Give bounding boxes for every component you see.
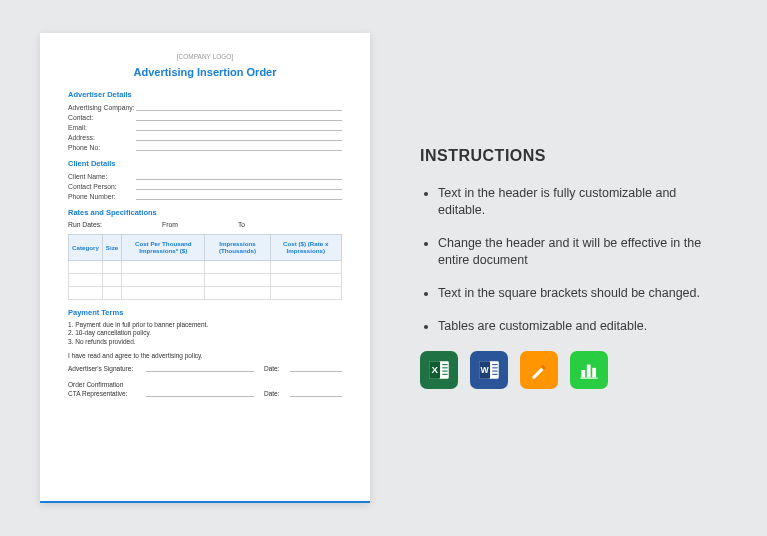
date-label: Date: [264,365,290,372]
numbers-icon [570,351,608,389]
field-label: Contact: [68,114,136,121]
from-label: From [162,221,178,228]
instructions-list: Text in the header is fully customizable… [420,185,727,334]
payment-term: 1. Payment due in full prior to banner p… [68,321,342,328]
table-row [69,260,342,273]
field-line [136,133,342,141]
field-row: Phone Number: [68,192,342,200]
document-title: Advertising Insertion Order [68,66,342,78]
cta-label: CTA Representative: [68,390,146,397]
company-logo-placeholder: [COMPANY LOGO] [68,53,342,60]
table-header: Cost ($) (Rate x Impressions) [270,235,341,261]
document-preview: [COMPANY LOGO] Advertising Insertion Ord… [40,33,370,503]
order-confirmation-label: Order Confirmation [68,381,342,388]
field-row: Contact: [68,113,342,121]
pages-icon [520,351,558,389]
table-header: Category [69,235,103,261]
app-icons-row: X W [420,351,727,389]
table-header: Cost Per Thousand Impressions* ($) [122,235,205,261]
svg-rect-15 [581,370,585,378]
field-line [136,103,342,111]
instruction-item: Change the header and it will be effecti… [438,235,727,269]
svg-rect-17 [592,367,596,377]
field-label: Phone Number: [68,193,136,200]
field-label: Client Name: [68,173,136,180]
field-label: Address: [68,134,136,141]
field-label: Phone No: [68,144,136,151]
date-line [290,389,342,397]
signature-row: CTA Representative:Date: [68,389,342,397]
instruction-item: Tables are customizable and editable. [438,318,727,335]
field-row: Client Name: [68,172,342,180]
field-label: Advertising Company: [68,104,136,111]
excel-icon: X [420,351,458,389]
svg-text:X: X [431,364,438,375]
field-row: Email: [68,123,342,131]
field-row: Contact Person: [68,182,342,190]
rates-table: Category Size Cost Per Thousand Impressi… [68,234,342,300]
section-client-heading: Client Details [68,159,342,168]
field-line [136,182,342,190]
svg-rect-16 [587,364,591,377]
field-row: Address: [68,133,342,141]
word-icon: W [470,351,508,389]
field-line [136,143,342,151]
date-line [290,364,342,372]
table-header: Size [102,235,121,261]
payment-term: 2. 10-day cancellation policy. [68,329,342,336]
section-payment-heading: Payment Terms [68,308,342,317]
field-line [136,192,342,200]
field-line [136,172,342,180]
field-label: Contact Person: [68,183,136,190]
field-label: Email: [68,124,136,131]
section-advertiser-heading: Advertiser Details [68,90,342,99]
field-line [136,123,342,131]
table-row [69,273,342,286]
payment-term: 3. No refunds provided. [68,338,342,345]
date-label: Date: [264,390,290,397]
instructions-panel: INSTRUCTIONS Text in the header is fully… [420,147,727,388]
field-line [136,113,342,121]
field-row: Phone No: [68,143,342,151]
signature-line [146,364,254,372]
run-dates-row: Run Dates: From To [68,221,342,228]
signature-row: Advertiser's Signature:Date: [68,364,342,372]
instruction-item: Text in the header is fully customizable… [438,185,727,219]
to-label: To [238,221,245,228]
agreement-text: I have read and agree to the advertising… [68,352,342,359]
svg-text:W: W [481,365,490,375]
instruction-item: Text in the square brackets should be ch… [438,285,727,302]
signature-label: Advertiser's Signature: [68,365,146,372]
signature-line [146,389,254,397]
instructions-heading: INSTRUCTIONS [420,147,727,165]
field-row: Advertising Company: [68,103,342,111]
section-rates-heading: Rates and Specifications [68,208,342,217]
table-header: Impressions (Thousands) [205,235,270,261]
run-dates-label: Run Dates: [68,221,102,228]
table-row [69,286,342,299]
